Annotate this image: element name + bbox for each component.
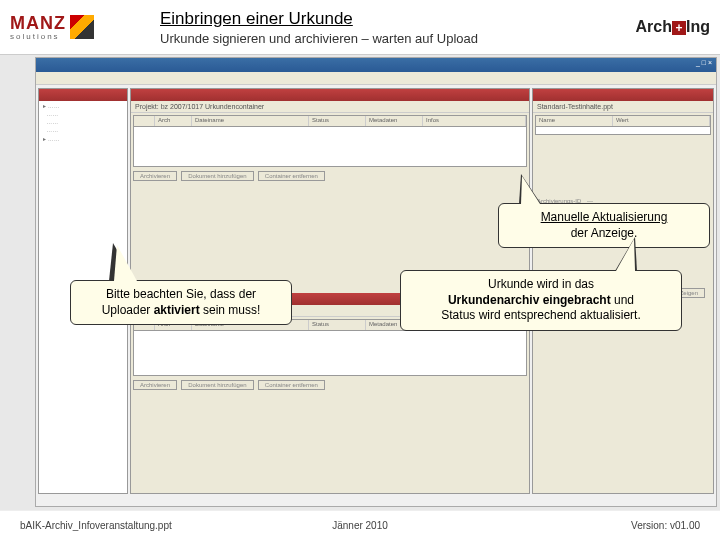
page-subtitle: Urkunde signieren und archivieren – wart… — [160, 31, 600, 46]
archive-button-2[interactable]: Archivieren — [133, 380, 177, 390]
add-doc-button-2[interactable]: Dokument hinzufügen — [181, 380, 253, 390]
logo-left-text: MANZ — [10, 13, 66, 34]
logo-left-icon — [70, 15, 94, 39]
callout-manual-refresh: Manuelle Aktualisierung der Anzeige. — [498, 203, 710, 248]
right-filename: Standard-Testinhalte.ppt — [533, 101, 713, 113]
logo-left: MANZ solutions — [10, 13, 140, 41]
slide-header: MANZ solutions Einbringen einer Urkunde … — [0, 0, 720, 55]
callout-uploader-active: Bitte beachten Sie, dass der Uploader ak… — [70, 280, 292, 325]
page-title: Einbringen einer Urkunde — [160, 9, 600, 29]
right-title — [533, 89, 713, 101]
window-toolbar — [36, 72, 716, 85]
grid-1: Arch Dateiname Status Metadaten Infos — [133, 115, 527, 167]
title-block: Einbringen einer Urkunde Urkunde signier… — [140, 9, 600, 46]
add-doc-button[interactable]: Dokument hinzufügen — [181, 171, 253, 181]
footer-filename: bAIK-Archiv_Infoveranstaltung.ppt — [20, 520, 172, 531]
archive-button[interactable]: Archivieren — [133, 171, 177, 181]
logo-left-sub: solutions — [10, 32, 66, 41]
remove-container-button-2[interactable]: Container entfernen — [258, 380, 325, 390]
remove-container-button[interactable]: Container entfernen — [258, 171, 325, 181]
callout-archive-status: Urkunde wird in das Urkundenarchiv einge… — [400, 270, 682, 331]
tree-title — [39, 89, 127, 101]
screenshot-area: _ □ × ▸ …… …… …… …… ▸ …… Projekt: bz 200… — [0, 55, 720, 510]
slide-footer: bAIK-Archiv_Infoveranstaltung.ppt Jänner… — [0, 510, 720, 540]
plus-icon: + — [672, 21, 686, 35]
callout-pointer-icon — [519, 174, 541, 204]
button-row-1: Archivieren Dokument hinzufügen Containe… — [131, 169, 529, 183]
window-titlebar: _ □ × — [36, 58, 716, 72]
right-grid-head: Name Wert — [535, 115, 711, 135]
callout-pointer-icon — [615, 237, 637, 271]
callout-pointer-icon — [109, 243, 135, 281]
logo-right: Arch+Ing — [600, 18, 710, 36]
footer-date: Jänner 2010 — [332, 520, 388, 531]
footer-version: Version: v01.00 — [631, 520, 700, 531]
project-bar-1: Projekt: bz 2007/1017 Urkundencontainer — [131, 101, 529, 113]
main-title — [131, 89, 529, 101]
